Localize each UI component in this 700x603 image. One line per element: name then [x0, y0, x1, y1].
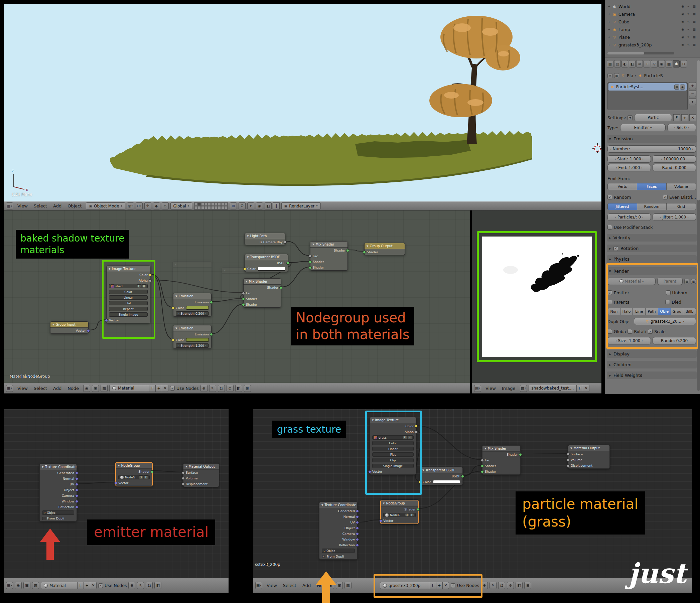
enum-dropdown[interactable]: Linear [372, 447, 414, 451]
render-opengl-icon[interactable]: ◉ [256, 202, 263, 209]
render-opengl-anim-icon[interactable]: ◧ [265, 202, 272, 209]
selectability-icon[interactable]: ↖ [686, 43, 691, 47]
enum-dropdown[interactable]: Color [109, 290, 148, 294]
toggle-non[interactable]: Non [608, 308, 621, 315]
node-header[interactable]: ▼Transparent BSDF [245, 254, 288, 260]
even-distribution-checkbox[interactable]: Even Distri... [663, 195, 696, 200]
gray-socket[interactable] [567, 464, 570, 467]
viewport-shading-button[interactable]: ◎▾ [127, 202, 134, 209]
fake-user-button[interactable]: F [430, 582, 436, 589]
green-socket[interactable] [309, 260, 312, 263]
material-tab-icon[interactable]: ◉ [658, 60, 665, 68]
data-tab-icon[interactable]: ▽ [651, 60, 657, 68]
collapse-triangle-icon[interactable]: ▼ [185, 466, 187, 468]
users-count[interactable]: 3 [139, 475, 143, 479]
node-header[interactable]: ▼ [173, 261, 211, 268]
gray-socket[interactable] [149, 279, 152, 282]
selectability-icon[interactable]: ↖ [686, 27, 691, 32]
number-field[interactable]: ‹Number:10000› [607, 145, 696, 153]
menu-view[interactable]: View [264, 582, 280, 588]
layer-cell[interactable] [201, 206, 204, 209]
collapse-triangle-icon[interactable]: ▼ [175, 327, 177, 330]
manipulator-rotate-icon[interactable]: ◆ [153, 202, 160, 209]
collapse-triangle-icon[interactable]: ▼ [247, 235, 249, 237]
collapse-triangle-icon[interactable]: ▼ [321, 504, 323, 506]
menu-view[interactable]: View [15, 203, 30, 209]
shader-tree-icon[interactable]: ◉ [83, 385, 90, 392]
random-checkbox[interactable]: Random [607, 195, 631, 200]
gray-socket[interactable] [182, 482, 185, 485]
gray-socket[interactable] [242, 292, 245, 295]
menu-add[interactable]: Add [300, 582, 314, 588]
section-display[interactable]: ▶Display [607, 350, 697, 358]
pin-icon[interactable]: ⊕ [481, 582, 488, 589]
add-settings-button[interactable]: + [681, 114, 688, 121]
layer-cell[interactable] [204, 203, 207, 206]
node-header[interactable]: ▼Group Output [365, 243, 405, 249]
node-header[interactable]: ▼NodeGroup [116, 463, 152, 469]
size-field[interactable]: ‹Size: 1.000› [607, 337, 651, 345]
snap-element-button[interactable]: ▾ [247, 202, 254, 209]
texture-coordinate-node[interactable]: ▼Texture CoordinateGeneratedNormalUVObje… [40, 464, 77, 522]
new-material-button[interactable]: + [436, 582, 443, 589]
unlink-material-button[interactable]: ✕ [90, 582, 97, 589]
layer-cell[interactable] [211, 206, 214, 209]
menu-object[interactable]: Object [65, 203, 84, 209]
expand-icon[interactable]: + [607, 35, 611, 39]
outliner-item-world[interactable]: +◐World◉↖▦ [607, 3, 697, 10]
remove-particle-slot-button[interactable]: − [689, 90, 696, 97]
physics-tab-icon[interactable]: ⊙ [680, 60, 687, 68]
green-socket[interactable] [309, 266, 312, 269]
layer-cell[interactable] [225, 203, 228, 206]
menu-add[interactable]: Add [50, 385, 64, 392]
layer-cell[interactable] [198, 206, 201, 209]
layer-cell[interactable] [218, 206, 221, 209]
purple-socket[interactable] [356, 532, 359, 535]
gray-socket[interactable] [182, 471, 185, 474]
layer-cell[interactable] [221, 203, 224, 206]
texture-tree-icon[interactable]: ▩ [101, 385, 107, 392]
settings-name-field[interactable]: Partic [634, 114, 672, 121]
outliner-item-plane[interactable]: +▽Plane◉↖▦ [607, 33, 697, 41]
collapse-triangle-icon[interactable]: ▼ [247, 256, 249, 258]
image-datablock-icon[interactable]: ▩▾ [520, 385, 527, 392]
compositing-tree-icon[interactable]: ▣ [23, 582, 30, 589]
snap-icon[interactable]: Ω [146, 582, 153, 589]
enum-dropdown[interactable]: Flat [372, 452, 414, 457]
scene-tab-icon[interactable]: ▤ [614, 60, 621, 68]
selectability-icon[interactable]: ↖ [686, 19, 691, 24]
visibility-icon[interactable]: ◉ [680, 19, 685, 24]
transparent-bsdf-node[interactable]: ▼Transparent BSDFBSDFColor [245, 254, 288, 272]
menu-view[interactable]: View [15, 385, 30, 392]
expand-icon[interactable]: + [607, 28, 611, 31]
menu-select[interactable]: Select [31, 385, 50, 392]
enum-dropdown[interactable]: Repeat [109, 307, 148, 311]
viewport-3d[interactable]: z x (15) Plane [4, 4, 601, 201]
menu-select[interactable]: Select [31, 203, 50, 209]
parent-node-tree-icon[interactable]: ↖ [137, 582, 144, 589]
add-particle-slot-button[interactable]: + [689, 82, 696, 89]
renderability-icon[interactable]: ▦ [692, 27, 697, 32]
gray-socket[interactable] [567, 453, 570, 456]
global-checkbox[interactable]: Globa [607, 329, 626, 334]
gray-socket[interactable] [415, 430, 418, 433]
users-count[interactable]: 3 [405, 513, 409, 517]
object-field[interactable]: ▽Objec [322, 549, 355, 553]
mode-dropdown[interactable]: ▣Object Mode▾ [86, 202, 125, 209]
section-rotation[interactable]: ▶Rotation [607, 245, 697, 252]
layer-cell[interactable] [218, 203, 221, 206]
purple-socket[interactable] [87, 329, 90, 332]
node-header[interactable]: ▼Light Path [245, 233, 285, 239]
fake-user-button[interactable]: F [410, 513, 414, 517]
collapse-triangle-icon[interactable]: ▼ [312, 243, 314, 246]
snap-icon[interactable]: Ω [218, 385, 225, 392]
node-header[interactable]: ▼Texture Coordinate [40, 464, 76, 470]
shader-tree-icon[interactable]: ◉ [15, 582, 22, 589]
start-field[interactable]: ‹Start: 1.000› [607, 155, 651, 163]
green-socket[interactable] [519, 453, 522, 456]
yellow-socket[interactable] [172, 306, 175, 309]
particles-tab-icon[interactable]: ✱ [673, 60, 680, 68]
parent-node-tree-icon[interactable]: ↖ [209, 385, 216, 392]
node-header[interactable]: ▼Image Texture [106, 266, 150, 272]
browse-settings-icon[interactable]: ✱ [627, 115, 632, 120]
